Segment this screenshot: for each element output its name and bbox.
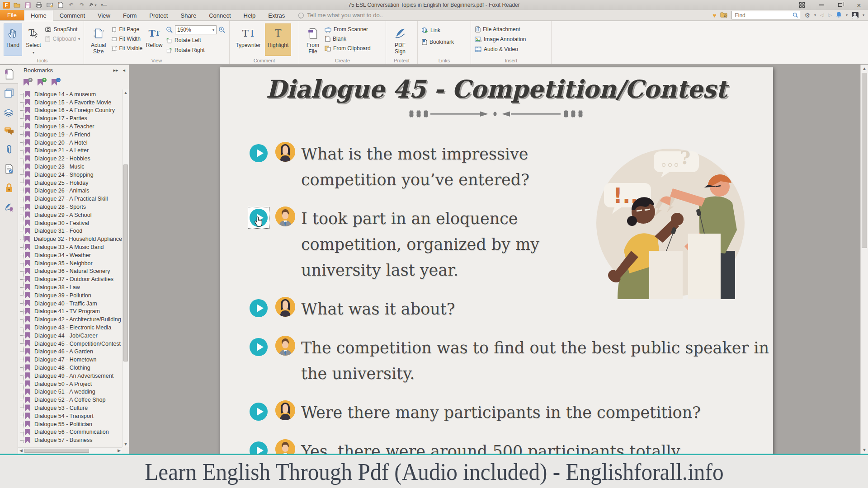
- actual-size-button[interactable]: Actual Size: [88, 23, 109, 56]
- bookmark-item[interactable]: Dialogue 30 - Festival: [18, 219, 122, 227]
- rotate-left-button[interactable]: Rotate Left: [166, 36, 226, 44]
- tab-view[interactable]: View: [91, 10, 117, 20]
- expand-panel-icon[interactable]: ▸▸: [113, 67, 118, 73]
- bookmark-item[interactable]: Dialogue 32 - Household Appliance: [18, 235, 122, 243]
- customize-toolbar-icon[interactable]: ▾: [100, 2, 108, 9]
- bookmark-item[interactable]: Dialogue 21 - A Letter: [18, 147, 122, 155]
- undo-icon[interactable]: ↶: [67, 2, 75, 9]
- tab-connect[interactable]: Connect: [203, 10, 237, 20]
- new-document-icon[interactable]: [57, 2, 64, 9]
- bookmark-item[interactable]: Dialogue 31 - Food: [18, 227, 122, 235]
- bookmark-item[interactable]: Dialogue 18 - A Teacher: [18, 122, 122, 131]
- collapse-panel-icon[interactable]: ◂: [123, 67, 125, 73]
- bookmark-item[interactable]: Dialogue 39 - Pollution: [18, 291, 122, 300]
- play-audio-button[interactable]: [248, 142, 269, 164]
- bookmark-item[interactable]: Dialogue 43 - Electronic Media: [18, 324, 122, 332]
- open-file-icon[interactable]: [13, 2, 21, 9]
- tab-form[interactable]: Form: [117, 10, 143, 20]
- tab-protect[interactable]: Protect: [143, 10, 174, 20]
- bookmark-item[interactable]: Dialogue 26 - Animals: [18, 187, 122, 195]
- bookmark-item[interactable]: Dialogue 47 - Hometown: [18, 356, 122, 364]
- scroll-left-icon[interactable]: ◀: [19, 448, 23, 453]
- bookmark-item[interactable]: Dialogue 54 - Transport: [18, 412, 122, 420]
- zoom-in-icon[interactable]: [218, 26, 226, 33]
- bookmark-item[interactable]: Dialogue 57 - Business: [18, 436, 122, 444]
- redo-icon[interactable]: ↷: [78, 2, 86, 9]
- minimize-button[interactable]: [817, 2, 825, 8]
- zoom-level-select[interactable]: 150%▾: [175, 25, 217, 34]
- bookmark-item[interactable]: Dialogue 24 - Shopping: [18, 171, 122, 179]
- clipboard-button[interactable]: Clipboard▾: [45, 35, 80, 43]
- bookmark-item[interactable]: Dialogue 44 - Job/Career: [18, 332, 122, 340]
- settings-gear-icon[interactable]: ⚙: [804, 12, 810, 19]
- delete-bookmark-icon[interactable]: ×: [24, 79, 31, 87]
- bookmark-item[interactable]: Dialogue 29 - A School: [18, 211, 122, 219]
- hand-tool-button[interactable]: Hand: [4, 23, 22, 56]
- scroll-up-icon[interactable]: ▲: [861, 66, 868, 71]
- favorites-heart-icon[interactable]: ♥: [712, 12, 716, 19]
- bookmark-item[interactable]: Dialogue 27 - A Practical Skill: [18, 195, 122, 203]
- bookmark-item[interactable]: Dialogue 28 - Sports: [18, 203, 122, 211]
- layout-grid-icon[interactable]: [798, 2, 806, 8]
- pdf-page[interactable]: Dialogue 45 - Competition/Contest: [220, 67, 773, 454]
- from-scanner-button[interactable]: From Scanner: [325, 25, 371, 33]
- bookmark-item[interactable]: Dialogue 15 - A Favorite Movie: [18, 99, 122, 107]
- bookmark-item[interactable]: Dialogue 36 - Natural Scenery: [18, 267, 122, 276]
- bookmark-item[interactable]: Dialogue 46 - A Garden: [18, 348, 122, 356]
- scrollbar-thumb[interactable]: [862, 73, 867, 248]
- rotate-right-button[interactable]: Rotate Right: [166, 46, 226, 54]
- foxit-logo-icon[interactable]: F: [3, 2, 10, 9]
- scroll-up-icon[interactable]: ▲: [123, 90, 129, 95]
- bookmark-item[interactable]: Dialogue 55 - Politician: [18, 420, 122, 428]
- fit-width-button[interactable]: Fit Width: [111, 35, 143, 43]
- bookmark-item[interactable]: Dialogue 48 - Clothing: [18, 364, 122, 372]
- play-audio-button[interactable]: [248, 440, 269, 454]
- bookmarks-hscrollbar[interactable]: ◀ ▶: [18, 447, 122, 454]
- from-clipboard-button[interactable]: From Clipboard: [325, 44, 371, 52]
- image-annotation-button[interactable]: Image Annotation: [475, 35, 526, 43]
- bookmark-item[interactable]: Dialogue 51 - A wedding: [18, 388, 122, 396]
- email-icon[interactable]: [46, 2, 53, 9]
- bookmark-item[interactable]: Dialogue 14 - A museum: [18, 90, 122, 99]
- document-view[interactable]: Dialogue 45 - Competition/Contest: [130, 65, 868, 454]
- typewriter-button[interactable]: TI Typewriter: [233, 23, 263, 56]
- play-audio-button[interactable]: [248, 297, 269, 319]
- bookmark-item[interactable]: Dialogue 42 - Architecture/Building: [18, 315, 122, 324]
- audio-video-button[interactable]: Audio & Video: [475, 45, 526, 53]
- nav-layers-icon[interactable]: [0, 103, 18, 122]
- bookmark-item[interactable]: Dialogue 37 - Outdoor Activities: [18, 275, 122, 283]
- shared-folder-icon[interactable]: [720, 12, 727, 19]
- bookmark-item[interactable]: Dialogue 23 - Music: [18, 163, 122, 171]
- bookmark-item[interactable]: Dialogue 35 - Neighbor: [18, 259, 122, 267]
- bookmark-item[interactable]: Dialogue 52 - A Coffee Shop: [18, 396, 122, 404]
- tab-comment[interactable]: Comment: [53, 10, 91, 20]
- tell-me-box[interactable]: Tell me what you want to do..: [298, 10, 383, 20]
- tab-home[interactable]: Home: [24, 10, 53, 21]
- bookmark-item[interactable]: Dialogue 20 - A Hotel: [18, 139, 122, 147]
- bookmark-item[interactable]: Dialogue 41 - TV Program: [18, 308, 122, 316]
- snapshot-button[interactable]: SnapShot: [45, 25, 80, 33]
- scrollbar-thumb[interactable]: [123, 164, 128, 361]
- bookmark-item[interactable]: Dialogue 40 - Traffic Jam: [18, 300, 122, 308]
- tab-help[interactable]: Help: [237, 10, 262, 20]
- fit-visible-button[interactable]: Fit Visible: [111, 44, 143, 52]
- add-bookmark-icon[interactable]: +: [38, 79, 45, 87]
- fit-page-button[interactable]: Fit Page: [111, 25, 143, 33]
- save-icon[interactable]: [24, 2, 32, 9]
- hscrollbar-thumb[interactable]: [24, 449, 89, 453]
- bookmark-item[interactable]: Dialogue 38 - Law: [18, 283, 122, 291]
- select-tool-button[interactable]: T Select ▾: [24, 23, 42, 56]
- print-icon[interactable]: [35, 2, 42, 9]
- scroll-right-icon[interactable]: ▶: [118, 448, 121, 453]
- from-file-button[interactable]: From File: [303, 23, 323, 56]
- bookmark-item[interactable]: Dialogue 33 - A Music Band: [18, 243, 122, 251]
- bookmark-item[interactable]: Dialogue 45 - Competition/Contest: [18, 340, 122, 348]
- bookmark-item[interactable]: Dialogue 22 - Hobbies: [18, 155, 122, 163]
- search-icon[interactable]: [793, 12, 798, 18]
- tab-file[interactable]: File: [0, 10, 24, 20]
- account-avatar[interactable]: [852, 12, 859, 19]
- document-scrollbar[interactable]: ▲ ▼: [860, 65, 868, 454]
- nav-bookmarks-icon[interactable]: [0, 65, 19, 84]
- file-attachment-button[interactable]: File Attachment: [475, 25, 526, 33]
- pdf-sign-button[interactable]: PDF Sign: [390, 23, 410, 56]
